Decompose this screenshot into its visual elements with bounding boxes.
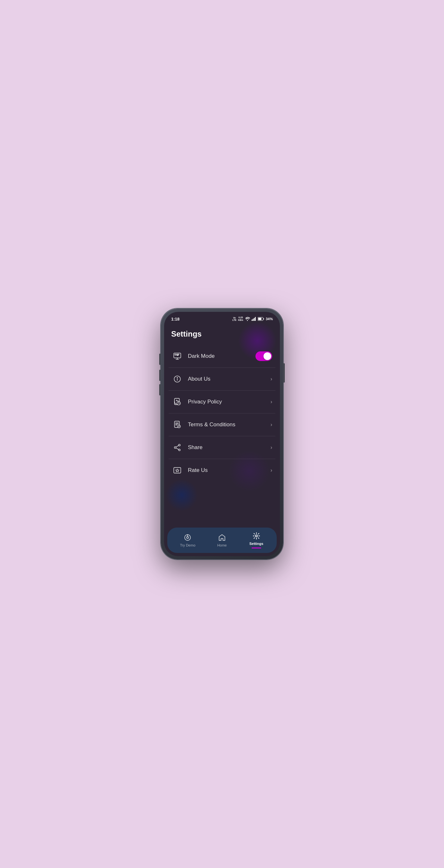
settings-item-rate-us[interactable]: Rate Us ›	[169, 459, 275, 482]
settings-item-about-us[interactable]: About Us ›	[169, 368, 275, 391]
phone-screen: 1:18 Vo LTE 0.25 KB/s	[164, 312, 280, 556]
status-time: 1:18	[171, 317, 180, 321]
privacy-policy-label: Privacy Policy	[188, 399, 271, 405]
svg-point-24	[179, 444, 180, 445]
rate-us-chevron: ›	[271, 467, 272, 473]
svg-line-28	[176, 448, 179, 449]
try-demo-nav-label: Try Demo	[180, 543, 195, 547]
demo-nav-icon	[183, 533, 192, 542]
dark-mode-label: Dark Mode	[188, 353, 256, 360]
home-nav-icon	[217, 533, 227, 542]
svg-rect-12	[177, 355, 178, 355]
active-indicator	[251, 548, 261, 549]
svg-rect-11	[177, 354, 179, 354]
status-icons: Vo LTE 0.25 KB/s	[232, 316, 273, 322]
rate-us-label: Rate Us	[188, 467, 271, 473]
svg-point-26	[179, 449, 180, 451]
rate-icon	[172, 465, 183, 476]
settings-item-terms-conditions[interactable]: Terms & Conditions ›	[169, 413, 275, 436]
svg-rect-6	[263, 318, 264, 319]
lte-indicator: Vo LTE	[232, 317, 236, 321]
nav-item-home[interactable]: Home	[205, 533, 239, 547]
battery-percent: 34%	[266, 317, 273, 321]
svg-rect-29	[174, 467, 181, 473]
shield-doc-icon	[172, 396, 183, 407]
terms-conditions-chevron: ›	[271, 422, 272, 428]
battery-icon	[258, 317, 264, 321]
svg-rect-2	[254, 318, 255, 321]
about-us-label: About Us	[188, 376, 271, 382]
wifi-icon	[245, 317, 250, 321]
info-icon	[172, 374, 183, 384]
signal-icon	[251, 317, 256, 321]
terms-conditions-label: Terms & Conditions	[188, 422, 271, 428]
privacy-policy-chevron: ›	[271, 399, 272, 405]
svg-point-16	[177, 377, 178, 378]
svg-rect-3	[255, 317, 256, 321]
svg-rect-5	[258, 318, 261, 320]
empty-space	[164, 482, 280, 526]
page-title: Settings	[164, 324, 280, 345]
terms-icon	[172, 419, 183, 430]
dark-mode-toggle[interactable]	[256, 351, 272, 361]
share-chevron: ›	[271, 444, 272, 451]
svg-point-33	[256, 535, 257, 537]
status-bar: 1:18 Vo LTE 0.25 KB/s	[164, 312, 280, 324]
svg-rect-10	[175, 354, 176, 355]
settings-item-dark-mode[interactable]: Dark Mode	[169, 345, 275, 368]
share-label: Share	[188, 444, 271, 451]
settings-item-share[interactable]: Share ›	[169, 436, 275, 459]
settings-nav-icon	[252, 531, 261, 540]
svg-rect-0	[251, 319, 253, 321]
svg-point-25	[174, 446, 176, 448]
settings-nav-label: Settings	[249, 542, 263, 546]
home-nav-label: Home	[217, 543, 227, 547]
phone-frame: 1:18 Vo LTE 0.25 KB/s	[161, 309, 283, 559]
about-us-chevron: ›	[271, 376, 272, 382]
settings-item-privacy-policy[interactable]: Privacy Policy ›	[169, 391, 275, 413]
bottom-nav: Try Demo Home Setting	[167, 528, 277, 553]
nav-item-try-demo[interactable]: Try Demo	[171, 533, 205, 547]
settings-list: Dark Mode About Us	[164, 345, 280, 482]
svg-line-27	[176, 445, 179, 447]
toggle-knob	[264, 352, 271, 360]
share-icon	[172, 442, 183, 453]
data-speed: 0.25 KB/s	[238, 316, 243, 322]
display-icon	[172, 351, 183, 362]
settings-content[interactable]: Settings Dark Mode	[164, 324, 280, 526]
nav-item-settings[interactable]: Settings	[239, 531, 273, 549]
svg-rect-1	[253, 319, 254, 321]
